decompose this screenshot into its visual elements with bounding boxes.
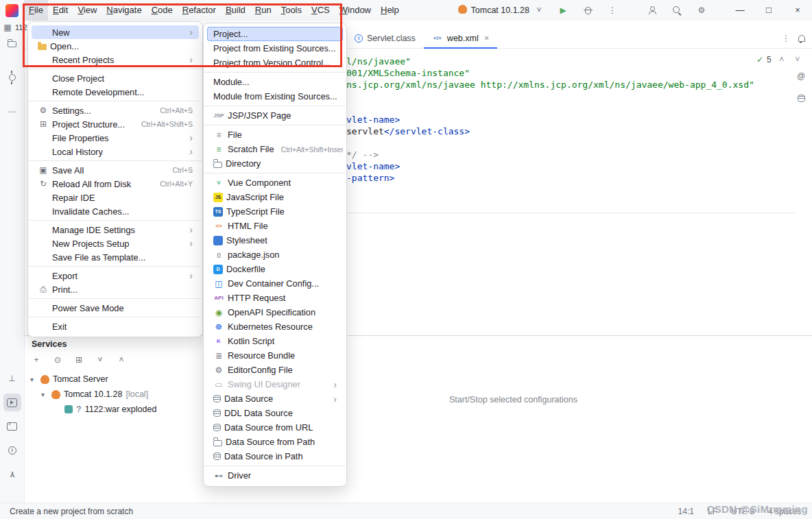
- menu-item-data-source-in-path[interactable]: Data Source in Path: [207, 449, 343, 463]
- menu-item-editorconfig-file[interactable]: ⚙EditorConfig File: [207, 363, 343, 377]
- menu-item-data-source[interactable]: Data Source›: [207, 391, 343, 406]
- menubar-item-refactor[interactable]: Refactor: [178, 0, 221, 21]
- menu-item-export[interactable]: Export›: [32, 269, 199, 282]
- menu-item-scratch-file[interactable]: ≡Scratch FileCtrl+Alt+Shift+Insert: [207, 142, 343, 156]
- menubar-item-window[interactable]: Window: [335, 0, 376, 21]
- menu-item-module-from-existing-sources[interactable]: Module from Existing Sources...: [207, 89, 343, 104]
- menu-item-ddl-data-source[interactable]: DDL Data Source: [207, 406, 343, 420]
- menu-item-html-file[interactable]: <>HTML File: [207, 219, 343, 233]
- menu-item-local-history[interactable]: Local History›: [32, 145, 199, 158]
- search-everywhere-button[interactable]: [671, 3, 683, 18]
- menu-item-file-properties[interactable]: File Properties›: [32, 131, 199, 145]
- commit-tool-button[interactable]: [3, 69, 21, 86]
- profile-button[interactable]: [646, 3, 658, 18]
- minimize-button[interactable]: —: [726, 0, 754, 21]
- git-tool-button[interactable]: Y: [3, 466, 21, 483]
- menu-item-driver[interactable]: ⊷Driver: [207, 468, 343, 483]
- menubar-item-code[interactable]: Code: [147, 0, 178, 21]
- menu-item-close-project[interactable]: Close Project: [32, 71, 199, 85]
- at-button[interactable]: @: [792, 67, 810, 85]
- menu-separator: [29, 69, 202, 69]
- menubar-item-help[interactable]: Help: [376, 0, 404, 21]
- prev-problem-button[interactable]: ˄: [776, 54, 787, 65]
- menu-item-exit[interactable]: Exit: [32, 319, 199, 333]
- menu-item-data-source-from-url[interactable]: Data Source from URL: [207, 420, 343, 435]
- collapse-all-button[interactable]: ˄: [115, 354, 128, 366]
- more-actions-button[interactable]: ⋮: [606, 3, 619, 18]
- menubar-item-edit[interactable]: Edit: [48, 0, 73, 21]
- more-tool-windows-button[interactable]: ⋯: [3, 103, 21, 121]
- menu-bar: FileEditViewNavigateCodeRefactorBuildRun…: [24, 0, 404, 21]
- group-by-button[interactable]: ⊞: [73, 354, 85, 366]
- menubar-item-run[interactable]: Run: [250, 0, 276, 21]
- endpoints-tool-button[interactable]: ⊥: [3, 370, 21, 387]
- menu-item-stylesheet[interactable]: Stylesheet: [207, 233, 343, 248]
- menu-item-remote-development[interactable]: Remote Development...: [32, 85, 199, 99]
- menu-item-jsp-jspx-page[interactable]: JSPJSP/JSPX Page: [207, 108, 343, 123]
- close-tab-icon[interactable]: ×: [484, 33, 490, 43]
- terminal-tool-button[interactable]: [3, 418, 21, 435]
- view-options-button[interactable]: ⊙: [51, 354, 64, 366]
- menu-item-kotlin-script[interactable]: KKotlin Script: [207, 334, 343, 348]
- menubar-item-tools[interactable]: Tools: [276, 0, 307, 21]
- add-service-button[interactable]: +: [30, 354, 43, 366]
- menu-item-project[interactable]: Project...: [207, 27, 343, 41]
- services-tool-button[interactable]: [3, 394, 21, 411]
- menu-item-project-from-version-control[interactable]: Project from Version Control...: [207, 56, 343, 70]
- menu-item-http-request[interactable]: APIHTTP Request: [207, 291, 343, 305]
- menu-item-print[interactable]: ⎙Print...: [32, 282, 199, 296]
- database-tool-button[interactable]: [792, 89, 810, 107]
- menu-item-new-projects-setup[interactable]: New Projects Setup›: [32, 237, 199, 250]
- menu-item-module[interactable]: Module...: [207, 75, 343, 89]
- editor-tab-web-xml[interactable]: </>web.xml×: [424, 27, 497, 49]
- menu-item-typescript-file[interactable]: TSTypeScript File: [207, 204, 343, 219]
- debug-button[interactable]: [582, 3, 594, 18]
- project-widget[interactable]: ▦ 1122: [2, 21, 27, 34]
- menu-item-recent-projects[interactable]: Recent Projects›: [32, 53, 199, 67]
- run-configuration-widget[interactable]: Tomcat 10.1.28 ˅: [450, 5, 553, 16]
- menu-item-save-all[interactable]: ▣Save AllCtrl+S: [32, 163, 199, 177]
- menubar-item-view[interactable]: View: [73, 0, 102, 21]
- chevron-down-icon[interactable]: ▾: [41, 391, 48, 398]
- menu-item-package-json[interactable]: {}package.json: [207, 248, 343, 262]
- caret-position-widget[interactable]: 14:1: [678, 507, 694, 516]
- menu-item-data-source-from-path[interactable]: Data Source from Path: [207, 435, 343, 449]
- menubar-item-build[interactable]: Build: [221, 0, 250, 21]
- menu-item-dockerfile[interactable]: DDockerfile: [207, 262, 343, 276]
- menu-item-invalidate-caches[interactable]: Invalidate Caches...: [32, 204, 199, 218]
- menu-item-openapi-specification[interactable]: ◉OpenAPI Specification: [207, 305, 343, 319]
- close-button[interactable]: ×: [783, 0, 812, 21]
- menu-item-open[interactable]: Open...: [32, 39, 199, 53]
- run-button[interactable]: ▶: [557, 3, 569, 18]
- menu-item-kubernetes-resource[interactable]: ☸Kubernetes Resource: [207, 319, 343, 334]
- project-tool-button[interactable]: [3, 34, 21, 52]
- menu-item-repair-ide[interactable]: Repair IDE: [32, 191, 199, 204]
- menu-item-resource-bundle[interactable]: ≣Resource Bundle: [207, 348, 343, 363]
- menubar-item-vcs[interactable]: VCS: [307, 0, 335, 21]
- chevron-down-icon[interactable]: ▾: [30, 376, 37, 383]
- menu-item-reload-all-from-disk[interactable]: ↻Reload All from DiskCtrl+Alt+Y: [32, 177, 199, 191]
- menubar-item-file[interactable]: File: [24, 0, 48, 21]
- maximize-button[interactable]: □: [754, 0, 783, 21]
- menu-item-dev-container-config[interactable]: ◫Dev Container Config...: [207, 276, 343, 291]
- menu-item-manage-ide-settings[interactable]: Manage IDE Settings›: [32, 223, 199, 237]
- editor-tab-servlet-class[interactable]: iServlet.class: [346, 27, 424, 49]
- menubar-item-navigate[interactable]: Navigate: [102, 0, 146, 21]
- menu-item-settings[interactable]: ⚙Settings...Ctrl+Alt+S: [32, 104, 199, 117]
- menu-item-power-save-mode[interactable]: Power Save Mode: [32, 301, 199, 315]
- file-icon: ≡: [213, 130, 224, 141]
- menu-item-new[interactable]: New›: [32, 25, 199, 39]
- tab-options-button[interactable]: ⋮: [780, 32, 791, 44]
- menu-item-swing-ui-designer[interactable]: ▭Swing UI Designer›: [207, 377, 343, 391]
- menu-item-file[interactable]: ≡File: [207, 128, 343, 142]
- menu-item-project-from-existing-sources[interactable]: Project from Existing Sources...: [207, 41, 343, 56]
- problems-tool-button[interactable]: i: [3, 442, 21, 459]
- expand-all-button[interactable]: ˅: [94, 354, 106, 366]
- menu-item-vue-component[interactable]: VVue Component: [207, 176, 343, 190]
- settings-button[interactable]: ⚙: [695, 3, 708, 18]
- menu-item-javascript-file[interactable]: JSJavaScript File: [207, 190, 343, 204]
- notifications-button[interactable]: [792, 30, 810, 48]
- menu-item-save-file-as-template[interactable]: Save File as Template...: [32, 250, 199, 264]
- menu-item-project-structure[interactable]: ⊞Project Structure...Ctrl+Alt+Shift+S: [32, 117, 199, 131]
- menu-item-directory[interactable]: Directory: [207, 156, 343, 171]
